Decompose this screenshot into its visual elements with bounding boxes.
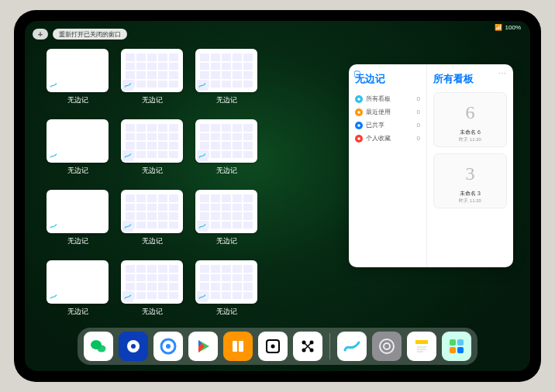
sidebar-item-count: 0 (417, 95, 420, 102)
board-time: 昨天 11:20 (437, 136, 503, 143)
board-label: 未命名 6 (437, 129, 503, 136)
dock-quark-icon[interactable] (119, 332, 148, 361)
window-tile[interactable]: 无边记 (195, 260, 257, 317)
top-bar: + 重新打开已关闭的窗口 (33, 29, 127, 40)
window-thumbnail (47, 119, 109, 163)
dock-separator (329, 333, 330, 359)
window-label: 无边记 (216, 95, 237, 105)
window-thumbnail (195, 260, 257, 304)
freeform-app-icon (122, 150, 133, 161)
dock-notes-icon[interactable] (407, 332, 436, 361)
sidebar-item[interactable]: 个人收藏0 (355, 132, 420, 145)
window-thumbnail (47, 260, 109, 304)
svg-point-0 (357, 98, 360, 101)
svg-point-13 (271, 345, 275, 349)
reopen-closed-button[interactable]: 重新打开已关闭的窗口 (53, 29, 127, 40)
window-tile[interactable]: 无边记 (195, 49, 257, 105)
new-window-button[interactable]: + (33, 29, 48, 40)
screen: 📶 100% + 重新打开已关闭的窗口 无边记无边记无边记无边记无边记无边记无边… (25, 21, 530, 371)
freeform-app-icon (197, 150, 208, 161)
window-label: 无边记 (216, 236, 237, 246)
board-card[interactable]: 6未命名 6昨天 11:20 (433, 92, 507, 147)
window-thumbnail (195, 119, 257, 163)
window-thumbnail (195, 49, 257, 92)
svg-rect-25 (457, 339, 464, 346)
popover-sidebar: 无边记 所有看板0最近使用0已共享0个人收藏0 (349, 64, 426, 267)
ipad-frame: 📶 100% + 重新打开已关闭的窗口 无边记无边记无边记无边记无边记无边记无边… (14, 10, 541, 382)
more-icon[interactable]: ⋯ (498, 69, 507, 77)
window-label: 无边记 (142, 95, 163, 105)
popover-main: 所有看板 6未命名 6昨天 11:203未命名 3昨天 11:20 (426, 64, 513, 267)
freeform-app-icon (48, 291, 59, 302)
sidebar-item-label: 已共享 (366, 121, 384, 129)
svg-rect-27 (457, 347, 464, 353)
sidebar-item-label: 个人收藏 (366, 134, 391, 143)
dock-wechat-icon[interactable] (84, 332, 113, 361)
window-label: 无边记 (216, 166, 237, 176)
svg-rect-11 (239, 341, 243, 352)
window-tile[interactable]: 无边记 (195, 190, 257, 246)
dock-settings-icon[interactable] (372, 332, 402, 361)
battery-label: 100% (505, 24, 521, 31)
freeform-app-icon (48, 150, 59, 161)
window-tile[interactable]: 无边记 (121, 260, 183, 317)
dock-dots-icon[interactable] (293, 332, 322, 361)
freeform-app-icon (197, 80, 208, 91)
svg-point-7 (131, 344, 136, 349)
window-tile[interactable]: 无边记 (121, 119, 183, 176)
window-tile[interactable]: 无边记 (47, 49, 109, 105)
window-tile[interactable]: 无边记 (121, 190, 183, 246)
dock-freeform-icon[interactable] (337, 332, 367, 361)
status-bar: 📶 100% (495, 24, 521, 31)
sidebar-item-count: 0 (417, 108, 420, 115)
window-label: 无边记 (142, 307, 163, 317)
popover-title: 无边记 (355, 72, 420, 86)
window-thumbnail (195, 190, 257, 233)
dock-play-icon[interactable] (188, 332, 218, 361)
board-preview: 3 (437, 157, 503, 190)
freeform-popover: ▢ ⋯ 无边记 所有看板0最近使用0已共享0个人收藏0 所有看板 6未命名 6昨… (349, 64, 513, 267)
window-label: 无边记 (216, 307, 237, 317)
freeform-app-icon (48, 221, 59, 232)
wifi-icon: 📶 (495, 24, 502, 31)
category-icon (355, 135, 363, 143)
dock-dice-icon[interactable] (258, 332, 288, 361)
window-tile[interactable]: 无边记 (47, 260, 109, 317)
window-tile[interactable]: 无边记 (121, 49, 183, 105)
sidebar-item[interactable]: 已共享0 (355, 119, 420, 132)
sidebar-toggle-icon[interactable]: ▢ (353, 69, 360, 77)
board-preview: 6 (437, 96, 503, 129)
category-icon (355, 108, 363, 116)
freeform-app-icon (122, 80, 133, 91)
window-label: 无边记 (142, 236, 163, 246)
popover-right-title: 所有看板 (433, 72, 507, 86)
dock-books-icon[interactable] (223, 332, 253, 361)
board-card[interactable]: 3未命名 3昨天 11:20 (433, 153, 507, 208)
freeform-app-icon (48, 80, 59, 91)
window-tile[interactable]: 无边记 (47, 119, 109, 176)
sidebar-item[interactable]: 最近使用0 (355, 105, 420, 119)
svg-point-2 (357, 124, 360, 127)
window-tile[interactable]: 无边记 (47, 190, 109, 246)
freeform-app-icon (122, 291, 133, 302)
dock-apps-icon[interactable] (442, 332, 471, 361)
sidebar-item-count: 0 (417, 122, 420, 129)
window-thumbnail (121, 190, 183, 233)
freeform-app-icon (122, 221, 133, 232)
window-tile[interactable]: 无边记 (195, 119, 257, 176)
sidebar-item[interactable]: 所有看板0 (355, 92, 420, 105)
svg-rect-20 (415, 340, 428, 344)
category-icon (355, 122, 363, 129)
window-thumbnail (121, 260, 183, 304)
window-thumbnail (121, 119, 183, 163)
window-label: 无边记 (142, 166, 163, 176)
svg-rect-10 (233, 341, 237, 352)
window-thumbnail (47, 190, 109, 233)
window-label: 无边记 (67, 166, 88, 176)
window-label: 无边记 (67, 95, 88, 105)
window-thumbnail (47, 49, 109, 92)
svg-point-1 (357, 111, 360, 114)
category-icon (355, 95, 363, 103)
window-thumbnail (121, 49, 183, 92)
dock-qqbrowser-icon[interactable] (153, 332, 183, 361)
